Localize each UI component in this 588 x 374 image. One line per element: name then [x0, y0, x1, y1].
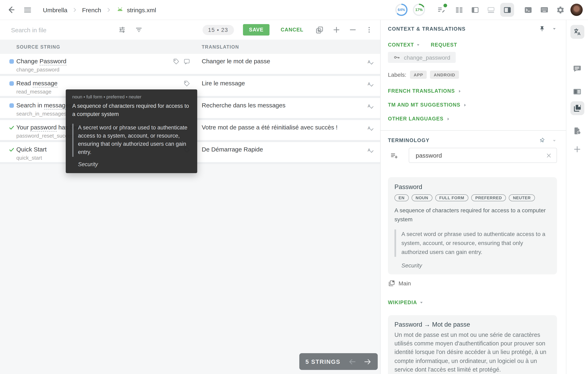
term-pill: EN: [394, 194, 409, 201]
spellcheck-icon[interactable]: A: [367, 146, 374, 154]
next-page-icon[interactable]: [363, 357, 372, 366]
save-button[interactable]: SAVE: [243, 24, 270, 36]
context-panel-title: CONTEXT & TRANSLATIONS: [388, 26, 466, 32]
add-term-icon[interactable]: [390, 151, 398, 159]
spellcheck-icon[interactable]: A: [367, 58, 374, 66]
copy-source-icon[interactable]: [315, 26, 324, 34]
translation-cell[interactable]: Changer le mot de passe A: [202, 54, 380, 74]
glossary-book-icon: [388, 280, 395, 287]
section-other-languages[interactable]: OTHER LANGUAGES: [388, 116, 557, 122]
gear-icon[interactable]: [556, 6, 565, 14]
term-pill: NEUTER: [509, 194, 535, 201]
svg-text:A: A: [368, 82, 371, 86]
top-bar-right: 64% 17%: [395, 3, 588, 17]
clear-search-icon[interactable]: [546, 153, 552, 158]
translation-text[interactable]: Recherche dans les messages: [202, 101, 380, 109]
tune-filters-icon[interactable]: [118, 26, 126, 34]
translation-cell[interactable]: Votre mot de passe a été réinitialisé av…: [202, 120, 380, 140]
string-key-chip[interactable]: change_password: [388, 52, 455, 63]
term-title: Password: [394, 183, 550, 191]
tab-request[interactable]: REQUEST: [431, 42, 457, 48]
tab-request-label: REQUEST: [431, 42, 457, 48]
search-input[interactable]: [10, 26, 100, 34]
context-card-panel-icon[interactable]: [572, 87, 582, 96]
label-chip[interactable]: ANDROID: [430, 71, 459, 79]
terminology-search-input[interactable]: [415, 151, 546, 159]
remove-string-icon[interactable]: [349, 26, 357, 34]
side-tool-strip: A: [566, 20, 588, 374]
right-panel-layout-button-active[interactable]: [500, 3, 514, 17]
tag-icon[interactable]: [183, 80, 190, 87]
cancel-button[interactable]: CANCEL: [278, 27, 306, 33]
translation-text[interactable]: Lire le message: [202, 79, 380, 87]
spellcheck-icon[interactable]: A: [367, 80, 374, 88]
file-info-panel-icon[interactable]: [573, 126, 581, 135]
comments-panel-icon[interactable]: [573, 64, 581, 73]
term-attribute-pills: EN NOUN FULL FORM PREFERRED NEUTER: [394, 194, 550, 201]
terminal-icon[interactable]: [524, 6, 533, 14]
translation-cell[interactable]: Lire le message A: [202, 76, 380, 96]
left-panel-layout-icon[interactable]: [471, 6, 479, 14]
breadcrumb-file[interactable]: strings.xml: [127, 6, 156, 13]
user-avatar[interactable]: [570, 4, 583, 16]
source-cell[interactable]: Change Password change_password: [0, 54, 202, 74]
breadcrumb-language[interactable]: French: [82, 6, 101, 13]
translate-panel-button-active[interactable]: A: [570, 25, 584, 39]
term-quote-source: Security: [394, 262, 550, 269]
translation-cell[interactable]: Recherche dans les messages A: [202, 98, 380, 118]
term-card: Password EN NOUN FULL FORM PREFERRED NEU…: [388, 177, 557, 274]
review-progress-ring[interactable]: 17%: [413, 4, 425, 16]
spellcheck-icon[interactable]: A: [367, 103, 374, 110]
app-window: Umbrella French strings.xml 64% 17%: [0, 0, 588, 374]
svg-text:A: A: [578, 31, 580, 36]
source-text: Search in: [16, 102, 44, 109]
terminology-search-field[interactable]: [409, 148, 557, 163]
translation-text[interactable]: De Démarrage Rapide: [202, 145, 380, 154]
menu-icon[interactable]: [23, 6, 32, 14]
glossary-term[interactable]: message: [33, 80, 58, 87]
wikipedia-header[interactable]: WIKIPEDIA: [388, 300, 557, 305]
string-key-chip-label: change_password: [404, 54, 450, 61]
section-tm-mt-suggestions[interactable]: TM AND MT SUGGESTIONS: [388, 102, 557, 108]
tab-context[interactable]: CONTEXT: [388, 42, 420, 48]
svg-text:A: A: [368, 59, 371, 64]
row-icons: [173, 58, 190, 65]
keyboard-icon[interactable]: [540, 5, 549, 14]
chevron-down-icon[interactable]: [552, 138, 557, 143]
more-options-icon[interactable]: [365, 26, 373, 34]
glossary-panel-button-active[interactable]: [570, 101, 584, 115]
grid-view-icon[interactable]: [455, 6, 463, 14]
add-panel-icon[interactable]: [573, 145, 581, 154]
label-chip[interactable]: APP: [410, 71, 427, 79]
wikipedia-entry-title: Password → Mot de passe: [394, 321, 550, 328]
back-icon[interactable]: [7, 5, 16, 14]
string-position-badge: 15 • 23: [202, 25, 234, 35]
terminology-header: TERMINOLOGY: [388, 137, 557, 144]
tasks-edit-icon[interactable]: [437, 5, 446, 14]
glossary-term[interactable]: password: [31, 124, 57, 132]
tag-icon[interactable]: [173, 58, 180, 65]
spellcheck-icon[interactable]: A: [367, 125, 374, 132]
android-icon: [116, 6, 124, 14]
glossary-term[interactable]: Password: [39, 58, 66, 65]
previous-page-icon[interactable]: [348, 357, 357, 366]
pin-icon[interactable]: [539, 26, 545, 32]
top-bar-left: Umbrella French strings.xml: [0, 5, 156, 14]
section-french-translations[interactable]: FRENCH TRANSLATIONS: [388, 88, 557, 94]
chevron-down-icon[interactable]: [552, 26, 557, 31]
translation-progress-ring[interactable]: 64%: [395, 4, 408, 16]
glossary-source-row[interactable]: Main: [388, 280, 557, 287]
breadcrumb-project[interactable]: Umbrella: [43, 6, 67, 13]
translation-cell[interactable]: De Démarrage Rapide A: [202, 142, 380, 162]
unpin-icon[interactable]: [539, 137, 545, 144]
add-string-icon[interactable]: [332, 26, 341, 34]
bottom-panel-layout-icon[interactable]: [487, 6, 495, 14]
status-done-icon: [9, 146, 15, 153]
translation-text[interactable]: Votre mot de passe a été réinitialisé av…: [202, 123, 380, 132]
comment-icon[interactable]: [183, 58, 190, 65]
wikipedia-title: WIKIPEDIA: [388, 300, 417, 305]
table-row[interactable]: Change Password change_password Changer …: [0, 54, 380, 76]
app-body: 15 • 23 SAVE CANCEL SOURCE STRING TRA: [0, 20, 588, 374]
filter-icon[interactable]: [135, 26, 143, 34]
translation-text[interactable]: Changer le mot de passe: [202, 57, 380, 65]
